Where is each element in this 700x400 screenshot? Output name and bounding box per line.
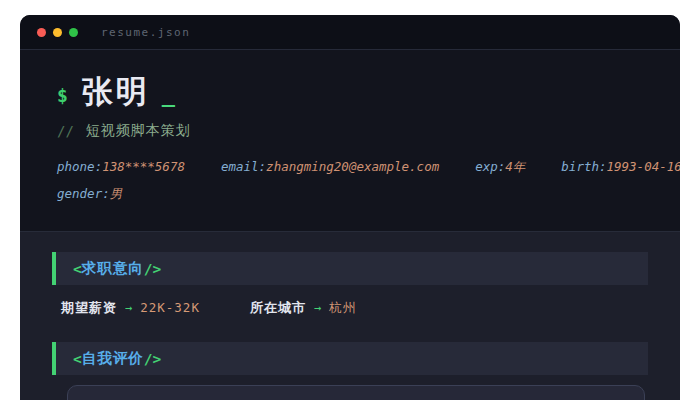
close-window-button[interactable] (37, 28, 46, 37)
arrow-icon: → (314, 301, 321, 315)
expected-salary-item: 期望薪资→22K-32K (61, 299, 200, 317)
hero-section: $ 张明 _ // 短视频脚本策划 phone:138****5678 emai… (20, 50, 680, 232)
section-header-self-evaluation: <自我评价/> (52, 342, 648, 375)
blinking-cursor: _ (162, 82, 175, 107)
meta-exp-value: 4年 (505, 159, 525, 174)
tag-open-bracket: < (73, 351, 82, 367)
target-city-label: 所在城市 (250, 300, 306, 315)
minimize-window-button[interactable] (53, 28, 62, 37)
meta-birth-label: birth: (561, 159, 606, 174)
job-intent-row: 期望薪资→22K-32K 所在城市→杭州 (61, 299, 648, 317)
tag-open-bracket: < (73, 261, 82, 277)
meta-exp-label: exp: (475, 159, 505, 174)
candidate-name: 张明 (82, 74, 150, 108)
gender-meta-row: gender:男 (57, 186, 643, 203)
terminal-window: resume.json $ 张明 _ // 短视频脚本策划 phone:138*… (20, 15, 680, 400)
contact-meta-row: phone:138****5678 email:zhangming20@exam… (57, 159, 643, 176)
section-title-self-evaluation: 自我评价 (82, 349, 144, 368)
target-city-value: 杭州 (329, 300, 356, 315)
section-header-job-intent: <求职意向/> (52, 252, 648, 285)
window-titlebar: resume.json (20, 15, 680, 50)
terminal-prompt-icon: $ (57, 85, 68, 106)
candidate-role: 短视频脚本策划 (86, 122, 191, 140)
tag-close-bracket: /> (144, 351, 161, 367)
arrow-icon: → (125, 301, 132, 315)
expected-salary-label: 期望薪资 (61, 300, 117, 315)
name-row: $ 张明 _ (57, 74, 643, 108)
meta-phone: phone:138****5678 (57, 159, 185, 176)
meta-birth: birth:1993-04-16 (561, 159, 680, 176)
meta-exp: exp:4年 (475, 159, 525, 176)
tag-close-bracket: /> (144, 261, 161, 277)
section-title-job-intent: 求职意向 (82, 259, 144, 278)
meta-phone-label: phone: (57, 159, 102, 174)
expected-salary-value: 22K-32K (140, 300, 200, 315)
maximize-window-button[interactable] (69, 28, 78, 37)
role-row: // 短视频脚本策划 (57, 122, 643, 140)
meta-gender: gender:男 (57, 186, 122, 203)
comment-slashes: // (57, 123, 74, 139)
target-city-item: 所在城市→杭州 (250, 299, 356, 317)
resume-body: <求职意向/> 期望薪资→22K-32K 所在城市→杭州 <自我评价/> 专注短… (20, 232, 680, 400)
meta-birth-value: 1993-04-16 (607, 159, 681, 174)
self-evaluation-card: 专注短视频脚本策划4年，熟悉抖音、快手、B站等平台内容生态和用户偏好，擅长剧情类… (67, 385, 645, 400)
meta-email-label: email: (221, 159, 266, 174)
meta-phone-value: 138****5678 (102, 159, 185, 174)
meta-gender-label: gender: (57, 186, 110, 201)
meta-email: email:zhangming20@example.com (221, 159, 439, 176)
meta-email-value: zhangming20@example.com (266, 159, 439, 174)
meta-gender-value: 男 (110, 186, 123, 201)
window-title: resume.json (101, 26, 190, 39)
